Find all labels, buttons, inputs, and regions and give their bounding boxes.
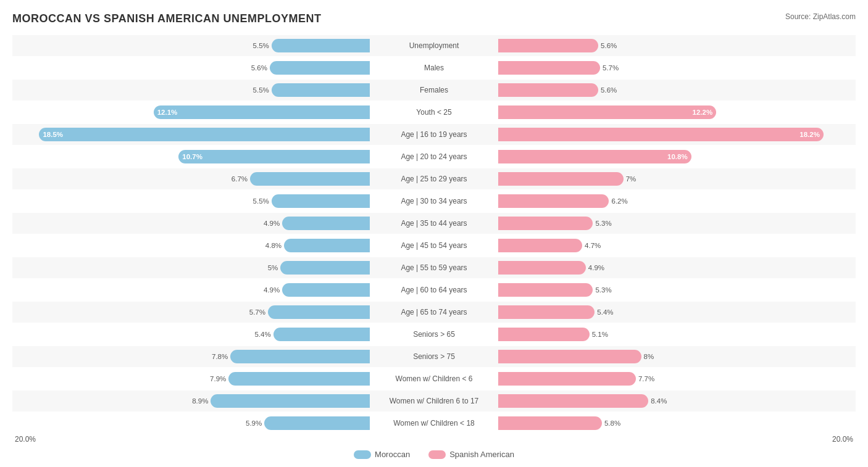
bar-right-container [498,350,641,363]
chart-container: MOROCCAN VS SPANISH AMERICAN UNEMPLOYMEN… [12,12,856,459]
bar-moroccan [228,372,370,386]
bar-right-container: 10.8% [498,150,691,163]
bar-left-wrapper: 8.9% [12,394,370,408]
bar-right-wrapper: 4.7% [498,239,856,252]
bar-spanish [498,283,593,297]
bar-moroccan [39,128,370,141]
legend-moroccan-label: Moroccan [375,450,410,459]
bar-right-wrapper: 5.7% [498,61,856,75]
value-right: 5.1% [592,331,608,338]
bar-moroccan [273,328,370,341]
bar-right-area: 5.8% [496,413,856,434]
bar-section: 5.7% Age | 65 to 74 years 5.4% [12,302,856,323]
value-right: 5.3% [595,286,611,294]
bar-left-wrapper: 6.7% [12,172,370,186]
bar-left-area: 7.9% [12,368,372,389]
bar-section: 5.6% Males 5.7% [12,57,856,78]
bar-left-container [228,372,370,386]
bar-section: 5.5% Age | 30 to 34 years 6.2% [12,191,856,212]
table-row: 10.7% Age | 20 to 24 years 10.8% [12,146,856,167]
bar-right-area: 18.2% [496,124,856,145]
bar-right-wrapper: 18.2% [498,128,856,141]
bar-spanish [498,150,691,163]
center-label: Seniors > 65 [372,329,496,340]
value-right: 6.2% [611,197,627,205]
bar-left-container: 10.7% [178,150,370,163]
bar-right-wrapper: 5.3% [498,217,856,230]
center-label: Age | 60 to 64 years [372,284,496,295]
center-label: Age | 16 to 19 years [372,129,496,140]
value-right-inside: 18.2% [799,131,820,138]
bar-left-wrapper: 5.5% [12,83,370,97]
bar-spanish [498,172,624,186]
axis-right-val: 20.0% [832,435,853,444]
bar-section: 5% Age | 55 to 59 years 4.9% [12,257,856,278]
bar-right-area: 6.2% [496,191,856,212]
bar-left-container [272,194,370,208]
value-right: 4.7% [585,242,601,249]
center-label: Age | 65 to 74 years [372,307,496,318]
value-right-inside: 12.2% [693,109,713,116]
chart-header: MOROCCAN VS SPANISH AMERICAN UNEMPLOYMEN… [12,12,856,25]
bar-section: 5.5% Unemployment 5.6% [12,35,856,56]
value-right: 5.3% [595,220,611,227]
bar-left-wrapper: 4.9% [12,217,370,230]
bar-right-area: 4.7% [496,235,856,256]
table-row: 5.5% Age | 30 to 34 years 6.2% [12,191,856,212]
bar-right-container: 18.2% [498,128,824,141]
bar-right-area: 10.8% [496,146,856,167]
value-left: 5.5% [253,197,269,205]
bar-left-area: 18.5% [12,124,372,145]
value-right: 8.4% [651,397,667,405]
value-left: 5.7% [249,308,265,316]
bar-spanish [498,416,602,430]
bar-left-area: 12.1% [12,102,372,123]
value-left: 5.5% [253,86,269,94]
legend-spanish-label: Spanish American [449,450,514,459]
bar-section: 7.8% Seniors > 75 8% [12,346,856,367]
bar-left-container [284,239,370,252]
bar-right-container [498,61,600,75]
bar-left-wrapper: 18.5% [12,128,370,141]
bar-left-wrapper: 12.1% [12,105,370,119]
bar-spanish [498,105,716,119]
value-right: 5.8% [604,419,620,427]
value-left: 6.7% [232,175,248,183]
value-right: 4.9% [588,264,604,271]
value-left: 5.4% [254,331,270,338]
bar-left-container [280,261,370,275]
bar-moroccan [250,172,370,186]
bar-spanish [498,217,593,230]
bar-right-container [498,305,595,319]
center-label: Women w/ Children < 6 [372,373,496,384]
center-label: Seniors > 75 [372,351,496,362]
bar-spanish [498,61,600,75]
table-row: 5.4% Seniors > 65 5.1% [12,324,856,345]
center-label: Women w/ Children < 18 [372,418,496,429]
bar-moroccan [178,150,370,163]
bar-left-wrapper: 5% [12,261,370,275]
value-left-inside: 18.5% [43,131,63,138]
bar-right-area: 8.4% [496,391,856,411]
axis-right: 20.0% [496,435,856,444]
table-row: 7.8% Seniors > 75 8% [12,346,856,367]
bar-moroccan [272,39,370,52]
bar-right-wrapper: 7.7% [498,372,856,386]
value-left: 5% [268,264,278,271]
value-left: 5.9% [246,419,262,427]
bar-right-area: 7.7% [496,368,856,389]
bar-right-wrapper: 8.4% [498,394,856,408]
chart-source: Source: ZipAtlas.com [785,12,856,21]
value-left: 4.9% [264,220,280,227]
bar-right-container [498,416,602,430]
bar-spanish [498,128,824,141]
bar-left-area: 4.9% [12,213,372,234]
value-left: 4.9% [264,286,280,294]
bar-spanish [498,239,582,252]
bar-right-container [498,39,598,52]
bar-section: 4.9% Age | 60 to 64 years 5.3% [12,279,856,300]
bar-right-area: 5.3% [496,279,856,300]
bar-right-container [498,194,609,208]
bar-section: 5.9% Women w/ Children < 18 5.8% [12,413,856,434]
bar-section: 10.7% Age | 20 to 24 years 10.8% [12,146,856,167]
